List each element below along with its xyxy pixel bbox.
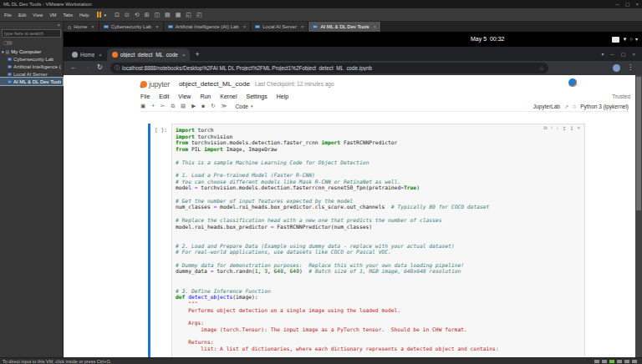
revert-snapshot-icon[interactable]: ⟲ xyxy=(135,11,140,18)
jupyter-menu-run[interactable]: Run xyxy=(200,94,211,99)
vmware-tab-4[interactable]: AI ML & DL Dev Tools× xyxy=(308,22,381,32)
code-line: image (torch.Tensor): The input image as… xyxy=(176,326,584,333)
notebook-title[interactable]: object_detect_ML_code xyxy=(179,80,250,88)
restart-run-all-icon[interactable]: ≫ xyxy=(222,102,227,110)
minimize-icon[interactable]: ─ xyxy=(616,0,619,8)
close-tab-icon[interactable]: × xyxy=(99,53,102,58)
close-tab-icon[interactable]: × xyxy=(182,53,186,58)
vm-display[interactable]: May 5 00:32 ▼○▾ Home×object_detect_ML_co… xyxy=(64,32,642,357)
code-area[interactable]: import torchimport torchvisionfrom torch… xyxy=(176,127,584,352)
console-view-icon[interactable]: ▤ xyxy=(165,11,171,18)
library-vm-item-2[interactable]: Local AI Server xyxy=(0,70,63,78)
network-icon[interactable]: ▼ xyxy=(622,36,627,43)
cell-type-label: Code xyxy=(235,104,248,109)
paste-cells-icon[interactable]: ▤ xyxy=(181,102,186,110)
usb-icon[interactable] xyxy=(617,360,622,363)
keyboard-icon[interactable] xyxy=(612,37,619,43)
vmware-menu-edit[interactable]: Edit xyxy=(17,12,28,18)
vmware-menu-tabs[interactable]: Tabs xyxy=(61,12,74,18)
close-tab-icon[interactable]: × xyxy=(155,24,159,29)
forward-icon[interactable]: → xyxy=(84,63,90,71)
jupyter-menu-edit[interactable]: Edit xyxy=(159,94,169,99)
back-icon[interactable]: ← xyxy=(70,63,77,71)
library-toggle-icon[interactable]: ◫ xyxy=(154,11,160,18)
bookmark-star-icon[interactable]: ☆ xyxy=(539,65,544,72)
browser-tab-0[interactable]: Home× xyxy=(67,48,107,61)
close-tab-icon[interactable]: × xyxy=(301,24,304,29)
suspend-vm-button[interactable]: ▾ xyxy=(97,12,106,18)
browser-minimize-icon[interactable]: ─ xyxy=(611,52,614,57)
kernel-status-icon[interactable]: ○ xyxy=(573,104,576,109)
address-bar[interactable]: ⓘ localhost:8888/notebooks/Desktop%2FAI … xyxy=(110,63,548,73)
fullscreen-icon[interactable]: ◱ xyxy=(186,11,191,18)
library-search-input[interactable] xyxy=(2,29,61,38)
vm-system-tray[interactable]: ▼○▾ xyxy=(612,36,638,43)
code-cell[interactable]: [ ]: ⧉↑↓↥↧× import torchimport torchvisi… xyxy=(148,124,585,357)
code-editor[interactable]: ⧉↑↓↥↧× import torchimport torchvisionfro… xyxy=(171,124,585,357)
browser-maximize-icon[interactable]: ▢ xyxy=(621,51,626,57)
jupyterlab-link[interactable]: JupyterLab xyxy=(533,104,560,109)
vmware-menu-file[interactable]: File xyxy=(3,12,13,18)
maximize-icon[interactable]: ▢ xyxy=(625,0,630,8)
power-icon[interactable]: ○ xyxy=(629,36,633,43)
save-icon[interactable]: ▣ xyxy=(140,102,145,110)
copy-cells-icon[interactable]: ⧉ xyxy=(171,102,175,110)
snapshot-manager-icon[interactable]: ⊞ xyxy=(145,11,150,18)
ctrl-alt-del-icon[interactable]: ⊡ xyxy=(115,11,120,18)
chevron-down-icon[interactable]: ▾ xyxy=(635,36,638,43)
jupyter-menu-help[interactable]: Help xyxy=(277,94,288,99)
vmware-tab-0[interactable]: ⌂Home× xyxy=(64,22,99,32)
close-library-icon[interactable]: × xyxy=(57,23,60,28)
close-icon[interactable]: × xyxy=(635,0,639,8)
vmware-tab-1[interactable]: Cybersecurity Lab× xyxy=(99,22,164,32)
jupyter-menu-view[interactable]: View xyxy=(178,94,191,99)
hard-disk-icon[interactable] xyxy=(594,360,599,363)
vmware-tab-2[interactable]: Artificial Intelligence (AI) Lab× xyxy=(164,22,252,32)
tree-item-my-computer[interactable]: ▾ ▤ My Computer xyxy=(0,48,63,55)
browser-tab-1[interactable]: object_detect_ML_code× xyxy=(107,48,191,61)
library-vm-item-3[interactable]: AI ML & DL Dev Tools xyxy=(0,78,63,85)
vm-tab-label: Artificial Intelligence (AI) Lab xyxy=(176,24,239,29)
vmware-menu-vm[interactable]: VM xyxy=(48,12,58,18)
interrupt-kernel-icon[interactable]: ■ xyxy=(201,102,205,110)
run-cell-icon[interactable]: ▶ xyxy=(191,102,196,110)
message-icon[interactable] xyxy=(632,360,637,363)
vm-item-label: Local AI Server xyxy=(13,72,48,77)
vmware-menu-view[interactable]: View xyxy=(31,12,44,18)
scrollbar-thumb[interactable] xyxy=(636,77,641,210)
kernel-name[interactable]: Python 3 (ipykernel) xyxy=(580,104,629,109)
library-vm-item-1[interactable]: Artificial Intelligence (AI) Lab xyxy=(0,63,63,70)
vm-clock[interactable]: May 5 00:32 xyxy=(471,36,504,42)
close-tab-icon[interactable]: × xyxy=(91,24,94,29)
network-adapter-icon[interactable] xyxy=(609,360,614,363)
thumbnail-bar-icon[interactable]: ▦ xyxy=(176,11,181,18)
jupyter-menu-file[interactable]: File xyxy=(140,94,150,99)
cd-rom-icon[interactable] xyxy=(602,360,607,363)
restart-kernel-icon[interactable]: ↻ xyxy=(211,102,215,110)
browser-menu-icon[interactable]: ⋮ xyxy=(627,63,634,71)
cell-type-dropdown[interactable]: Code ▾ xyxy=(235,104,252,109)
close-tab-icon[interactable]: × xyxy=(243,24,247,29)
vmware-menu-help[interactable]: Help xyxy=(78,12,90,18)
browser-close-icon[interactable]: × xyxy=(632,52,635,57)
caret-down-icon[interactable]: ▾ xyxy=(2,49,4,54)
snapshot-icon[interactable]: ⊙ xyxy=(125,11,130,18)
sound-icon[interactable] xyxy=(624,360,629,363)
profile-avatar[interactable] xyxy=(613,64,620,72)
notification-icon[interactable] xyxy=(568,78,577,87)
page-scrollbar[interactable] xyxy=(635,75,642,357)
jupyter-menu-settings[interactable]: Settings xyxy=(246,94,267,99)
site-info-icon[interactable]: ⓘ xyxy=(115,64,120,72)
library-filter-toggle[interactable] xyxy=(3,41,13,45)
new-tab-button[interactable]: + xyxy=(195,48,199,61)
tab-search-icon[interactable]: ▾ xyxy=(602,51,604,57)
reload-icon[interactable]: ↻ xyxy=(97,63,103,71)
vmware-tab-3[interactable]: Local AI Server× xyxy=(251,22,308,32)
close-tab-icon[interactable]: × xyxy=(374,24,377,29)
cut-cells-icon[interactable]: ✂ xyxy=(160,102,165,110)
library-vm-item-0[interactable]: Cybersecurity Lab xyxy=(0,55,63,63)
jupyter-menu-kernel[interactable]: Kernel xyxy=(220,94,237,99)
insert-cell-icon[interactable]: + xyxy=(151,102,155,110)
jupyter-logo[interactable]: jupyter xyxy=(140,80,170,88)
unity-icon[interactable]: ◰ xyxy=(196,11,202,18)
